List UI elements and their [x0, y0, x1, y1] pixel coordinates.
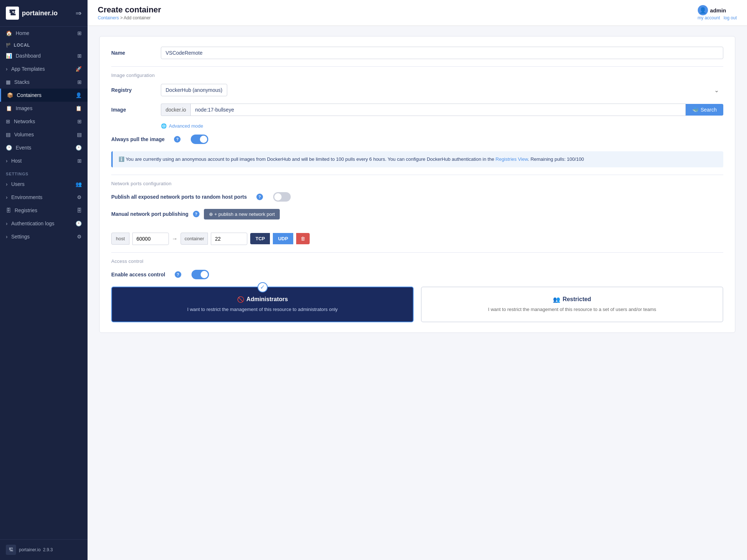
sidebar-item-volumes[interactable]: ▤ Volumes ▤: [0, 128, 88, 141]
registry-select[interactable]: DockerHub (anonymous): [161, 84, 227, 96]
dashboard-icon: 📊: [6, 53, 12, 59]
events-icon: 🕐: [6, 145, 12, 151]
manual-port-label: Manual network port publishing: [111, 211, 189, 217]
sidebar-item-auth-logs[interactable]: › Authentication logs 🕐: [0, 217, 88, 230]
breadcrumb: Containers > Add container: [98, 15, 161, 20]
home-nav-icon: ⊞: [77, 30, 82, 36]
events-nav-icon: 🕐: [76, 145, 82, 151]
sidebar-item-app-templates[interactable]: › App Templates 🚀: [0, 62, 88, 75]
sidebar-item-label-users: Users: [11, 181, 25, 187]
my-account-link[interactable]: my account: [698, 15, 720, 20]
always-pull-toggle[interactable]: [191, 135, 208, 144]
topbar-right: 👤 admin my account log out: [698, 5, 737, 20]
enable-access-help-icon[interactable]: ?: [175, 271, 181, 278]
images-icon: 📋: [6, 105, 12, 111]
sidebar-item-images[interactable]: 📋 Images 📋: [0, 102, 88, 115]
manual-port-help-icon[interactable]: ?: [193, 211, 200, 217]
containers-nav-icon: 👤: [76, 92, 82, 98]
local-badge: 🏴 LOCAL: [0, 40, 88, 49]
app-templates-nav-icon: 🚀: [76, 66, 82, 72]
access-control-divider: [111, 252, 723, 253]
sidebar-item-containers[interactable]: 📦 Containers 👤: [0, 89, 88, 102]
always-pull-help-icon[interactable]: ?: [174, 136, 181, 143]
sidebar-item-registries[interactable]: 🗄 Registries 🗄: [0, 204, 88, 217]
port-mapping-row: host → container TCP UDP 🗑: [111, 233, 310, 245]
administrators-text: I want to restrict the management of thi…: [119, 306, 406, 313]
restricted-text: I want to restrict the management of thi…: [429, 306, 715, 313]
user-info: 👤 admin: [698, 5, 737, 15]
sidebar-item-users[interactable]: › Users 👥: [0, 178, 88, 191]
advanced-mode-link[interactable]: 🌐 Advanced mode: [161, 123, 723, 129]
name-input[interactable]: [161, 47, 723, 59]
search-btn-label: Search: [701, 107, 717, 113]
info-icon: ℹ️: [119, 156, 124, 162]
registry-select-wrapper: DockerHub (anonymous): [161, 84, 723, 96]
sidebar-item-label-networks: Networks: [14, 118, 35, 124]
udp-button[interactable]: UDP: [273, 233, 293, 244]
sidebar-item-label-stacks: Stacks: [14, 79, 30, 85]
settings-section-label: SETTINGS: [0, 167, 88, 178]
sidebar-nav-home[interactable]: 🏠 Home ⊞: [0, 27, 88, 40]
arrow-icon: →: [172, 236, 178, 242]
search-icon: 🐳: [692, 107, 698, 113]
name-row: Name: [111, 47, 723, 59]
sidebar-item-events[interactable]: 🕐 Events 🕐: [0, 141, 88, 154]
sidebar-item-label-app-templates: App Templates: [11, 66, 45, 72]
delete-port-button[interactable]: 🗑: [296, 233, 310, 244]
image-input-group: docker.io 🐳 Search: [161, 104, 723, 116]
chevron-users-icon: ›: [6, 181, 8, 187]
registries-icon: 🗄: [6, 207, 11, 213]
footer-logo-icon: 🏗: [6, 545, 16, 555]
sidebar-footer: 🏗 portainer.io 2.9.3: [0, 539, 88, 560]
tcp-button[interactable]: TCP: [250, 233, 270, 244]
sidebar-item-host[interactable]: › Host ⊞: [0, 154, 88, 167]
main-content: Create container Containers > Add contai…: [88, 0, 747, 560]
sidebar: 🏗 portainer.io ⇒ 🏠 Home ⊞ 🏴 LOCAL 📊 Dash…: [0, 0, 88, 560]
networks-nav-icon: ⊞: [77, 118, 82, 124]
plus-icon: ⊕: [209, 211, 213, 217]
registries-view-link[interactable]: Registries View: [496, 156, 528, 162]
networks-icon: ⊞: [6, 118, 10, 124]
local-icon: 🏴: [6, 43, 12, 48]
port-host-label: host: [111, 233, 129, 245]
volumes-nav-icon: ▤: [77, 132, 82, 137]
search-button[interactable]: 🐳 Search: [686, 104, 723, 116]
chevron-host-icon: ›: [6, 158, 8, 164]
logo: 🏗 portainer.io: [6, 7, 58, 20]
transfer-icon[interactable]: ⇒: [76, 9, 82, 18]
environments-nav-icon: ⚙: [77, 194, 82, 200]
sidebar-item-environments[interactable]: › Environments ⚙: [0, 191, 88, 204]
restricted-card[interactable]: 👥 Restricted I want to restrict the mana…: [421, 287, 723, 323]
enable-access-toggle[interactable]: [191, 270, 209, 279]
sidebar-item-stacks[interactable]: ▦ Stacks ⊞: [0, 75, 88, 89]
sidebar-item-dashboard[interactable]: 📊 Dashboard ⊞: [0, 49, 88, 62]
publish-port-button[interactable]: ⊕ + publish a new network port: [204, 209, 280, 219]
users-nav-icon: 👥: [76, 181, 82, 187]
topbar-left: Create container Containers > Add contai…: [98, 5, 161, 20]
sidebar-item-label-host: Host: [11, 158, 22, 164]
breadcrumb-link[interactable]: Containers: [98, 15, 119, 20]
images-nav-icon: 📋: [76, 105, 82, 111]
network-ports-divider: [111, 175, 723, 175]
sidebar-item-label-settings: Settings: [11, 234, 30, 240]
publish-all-help-icon[interactable]: ?: [256, 194, 263, 200]
port-container-label: container: [181, 233, 208, 245]
username: admin: [710, 7, 726, 13]
form-card: Name Image configuration Registry Docker…: [99, 36, 735, 333]
port-host-input[interactable]: [132, 233, 169, 245]
publish-all-toggle[interactable]: [273, 192, 291, 202]
administrators-card[interactable]: ✓ 🚫 Administrators I want to restrict th…: [111, 287, 414, 323]
breadcrumb-separator: >: [120, 15, 124, 20]
footer-text: portainer.io 2.9.3: [19, 547, 53, 552]
always-pull-label: Always pull the image: [111, 136, 165, 142]
port-container-input[interactable]: [211, 233, 247, 245]
log-out-link[interactable]: log out: [724, 15, 737, 20]
name-label: Name: [111, 50, 155, 56]
access-control-section-title: Access control: [111, 258, 723, 264]
chevron-right-icon: ›: [6, 66, 8, 72]
sidebar-item-settings[interactable]: › Settings ⚙: [0, 230, 88, 243]
sidebar-item-networks[interactable]: ⊞ Networks ⊞: [0, 115, 88, 128]
sidebar-item-label-auth-logs: Authentication logs: [11, 221, 54, 226]
image-row: Image docker.io 🐳 Search: [111, 104, 723, 116]
image-input[interactable]: [190, 104, 686, 116]
